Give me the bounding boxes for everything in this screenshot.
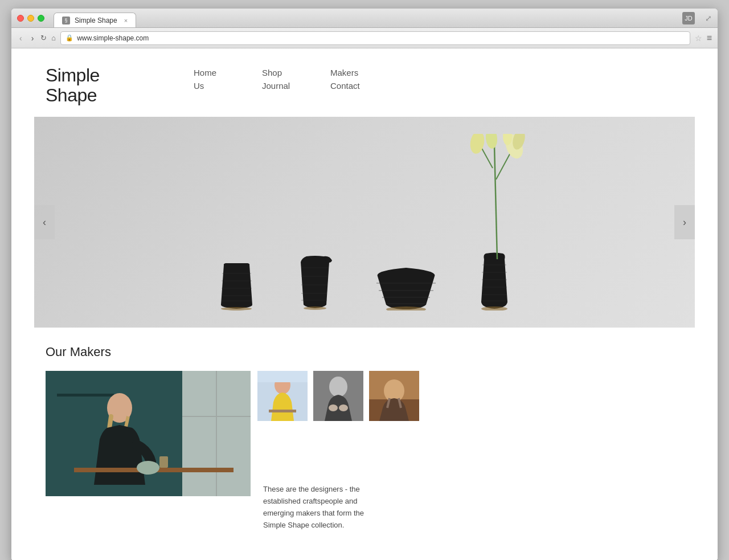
svg-point-48 xyxy=(329,377,347,397)
site-logo[interactable]: Simple Shape xyxy=(46,66,148,105)
nav-home[interactable]: Home xyxy=(194,68,262,77)
maker-thumb-2[interactable] xyxy=(313,371,363,421)
user-avatar: JD xyxy=(682,12,695,24)
nav-us[interactable]: Us xyxy=(194,81,262,91)
bookmark-button[interactable]: ☆ xyxy=(695,34,702,43)
makers-grid: These are the designers - the establishe… xyxy=(46,371,695,531)
fullscreen-icon[interactable]: ⤢ xyxy=(705,14,712,23)
svg-point-0 xyxy=(221,307,252,310)
browser-titlebar: § Simple Shape × JD ⤢ xyxy=(11,9,718,28)
lock-icon: 🔒 xyxy=(65,34,73,42)
svg-rect-36 xyxy=(57,394,114,397)
slider-next-button[interactable]: › xyxy=(674,205,695,239)
thumb-2-illustration xyxy=(313,371,363,421)
pottery-vase xyxy=(474,251,514,310)
svg-point-50 xyxy=(339,404,348,411)
vase-with-flowers xyxy=(474,251,514,310)
close-button[interactable] xyxy=(17,15,24,22)
browser-toolbar: ‹ › ↻ ⌂ 🔒 www.simple-shape.com ☆ ≡ xyxy=(11,28,718,48)
makers-description: These are the designers - the establishe… xyxy=(257,427,419,531)
makers-title: Our Makers xyxy=(46,345,695,359)
maker-thumb-1[interactable] xyxy=(257,371,308,421)
thumb-3-illustration xyxy=(369,371,419,421)
tab-close-button[interactable]: × xyxy=(124,17,128,24)
svg-line-19 xyxy=(496,151,511,179)
nav-column-2: Shop Journal xyxy=(262,68,330,91)
maker-thumb-3[interactable] xyxy=(369,371,419,421)
tab-area: § Simple Shape × xyxy=(54,9,136,27)
nav-shop[interactable]: Shop xyxy=(262,68,330,77)
makers-section: Our Makers xyxy=(11,328,718,542)
svg-point-39 xyxy=(137,461,159,475)
maker-photo-content xyxy=(46,371,251,496)
nav-makers[interactable]: Makers xyxy=(330,68,399,77)
pottery-pitcher xyxy=(292,254,338,310)
browser-tab[interactable]: § Simple Shape × xyxy=(54,13,136,27)
address-bar[interactable]: 🔒 www.simple-shape.com xyxy=(60,31,690,45)
browser-window: § Simple Shape × JD ⤢ ‹ › ↻ ⌂ 🔒 www.simp… xyxy=(11,9,718,560)
pottery-bowl xyxy=(372,265,440,310)
maker-main-illustration xyxy=(46,371,251,496)
menu-button[interactable]: ≡ xyxy=(707,33,712,43)
nav-contact[interactable]: Contact xyxy=(330,81,399,91)
hero-background xyxy=(34,117,695,328)
tab-favicon: § xyxy=(62,17,70,24)
browser-dots xyxy=(17,15,44,22)
back-button[interactable]: ‹ xyxy=(17,32,24,44)
svg-rect-45 xyxy=(257,371,308,382)
side-photos-row xyxy=(257,371,419,421)
slider-prev-button[interactable]: ‹ xyxy=(34,205,55,239)
flower-arrangement xyxy=(463,134,531,259)
nav-journal[interactable]: Journal xyxy=(262,81,330,91)
svg-point-25 xyxy=(481,306,507,310)
nav-column-1: Home Us xyxy=(194,68,262,91)
svg-point-49 xyxy=(329,404,338,411)
home-button[interactable]: ⌂ xyxy=(51,34,56,42)
thumb-1-illustration xyxy=(257,371,308,421)
makers-side-content: These are the designers - the establishe… xyxy=(257,371,419,531)
hero-slider: ‹ › xyxy=(34,117,695,328)
tab-title: Simple Shape xyxy=(75,17,117,24)
url-text: www.simple-shape.com xyxy=(77,34,149,42)
nav-column-3: Makers Contact xyxy=(330,68,399,91)
svg-point-6 xyxy=(304,306,326,310)
svg-rect-40 xyxy=(159,456,168,468)
svg-rect-46 xyxy=(269,410,296,412)
makers-description-text: These are the designers - the establishe… xyxy=(263,484,377,531)
website-content: Simple Shape Home Us Shop Journal Makers… xyxy=(11,48,718,560)
pottery-cup xyxy=(215,259,258,310)
minimize-button[interactable] xyxy=(27,15,34,22)
site-header: Simple Shape Home Us Shop Journal Makers… xyxy=(11,48,718,117)
svg-point-23 xyxy=(485,134,498,149)
svg-line-17 xyxy=(494,145,497,259)
site-nav: Home Us Shop Journal Makers Contact xyxy=(194,68,399,91)
refresh-button[interactable]: ↻ xyxy=(40,34,47,42)
forward-button[interactable]: › xyxy=(29,32,36,44)
maker-main-photo[interactable] xyxy=(46,371,251,496)
maximize-button[interactable] xyxy=(38,15,44,22)
